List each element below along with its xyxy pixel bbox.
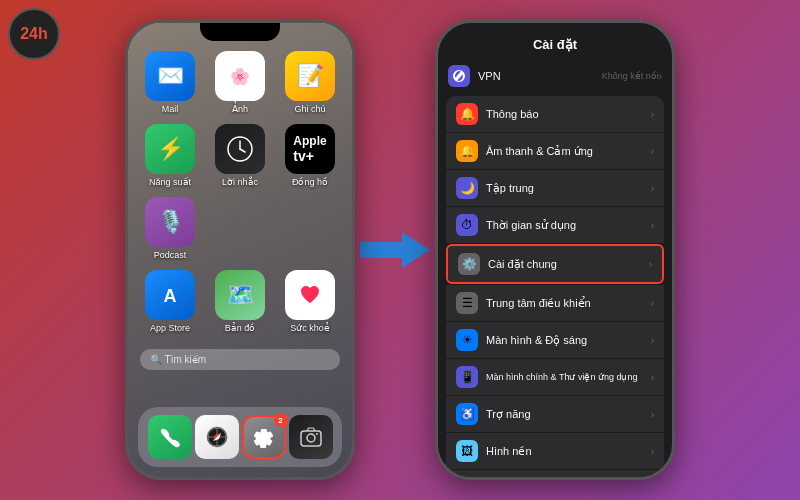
settings-item-7[interactable]: 📱Màn hình chính & Thư viện ứng dụng ›	[446, 359, 664, 395]
dock: 2	[138, 407, 342, 467]
vpn-icon	[448, 65, 470, 87]
app-store[interactable]: A App Store	[140, 270, 200, 333]
tv-label: Đồng hồ	[292, 177, 328, 187]
app-tv[interactable]: Appletv+ Đồng hồ	[280, 124, 340, 187]
health-label: Sức khoẻ	[290, 323, 330, 333]
settings-item-label-1: Âm thanh & Cảm ứng	[486, 145, 651, 158]
appstore-label: App Store	[150, 323, 190, 333]
photos-label: Ảnh	[232, 104, 248, 114]
app-health[interactable]: Sức khoẻ	[280, 270, 340, 333]
settings-item-icon-10: ⏸	[456, 477, 478, 480]
settings-item-2[interactable]: 🌙Tập trung ›	[446, 170, 664, 206]
settings-item-label-2: Tập trung	[486, 182, 651, 195]
settings-item-icon-1: 🔔	[456, 140, 478, 162]
app-power[interactable]: ⚡ Năng suất	[140, 124, 200, 187]
app-podcasts[interactable]: 🎙️ Podcast	[140, 197, 200, 260]
notes-icon: 📝	[285, 51, 335, 101]
settings-item-label-0: Thông báo	[486, 108, 651, 120]
settings-item-icon-0: 🔔	[456, 103, 478, 125]
left-phone: ✉️ Mail Ảnh 📝 Ghi chú ⚡ Năng suất Lời n	[125, 20, 355, 480]
settings-item-label-7: Màn hình chính & Thư viện ứng dụng	[486, 372, 651, 382]
app-notes[interactable]: 📝 Ghi chú	[280, 51, 340, 114]
svg-text:A: A	[164, 286, 177, 306]
svg-marker-13	[360, 232, 430, 268]
appstore-icon: A	[145, 270, 195, 320]
health-icon	[285, 270, 335, 320]
maps-label: Bản đồ	[225, 323, 256, 333]
app-grid: ✉️ Mail Ảnh 📝 Ghi chú ⚡ Năng suất Lời n	[128, 41, 352, 343]
settings-item-label-6: Màn hình & Độ sáng	[486, 334, 651, 347]
settings-item-4[interactable]: ⚙️Cài đặt chung ›	[446, 244, 664, 284]
settings-header: Cài đặt	[438, 23, 672, 60]
dock-camera[interactable]	[289, 415, 333, 459]
svg-point-11	[307, 434, 315, 442]
settings-item-1[interactable]: 🔔Âm thanh & Cảm ứng ›	[446, 133, 664, 169]
mail-icon: ✉️	[145, 51, 195, 101]
vpn-label: VPN	[478, 70, 602, 82]
settings-item-label-9: Hình nền	[486, 445, 651, 458]
watermark-text: 24h	[20, 25, 48, 43]
dock-phone[interactable]	[148, 415, 192, 459]
podcasts-label: Podcast	[154, 250, 187, 260]
settings-item-icon-9: 🖼	[456, 440, 478, 462]
settings-item-icon-7: 📱	[456, 366, 478, 388]
settings-item-9[interactable]: 🖼Hình nền ›	[446, 433, 664, 469]
settings-chevron-8: ›	[651, 409, 654, 420]
settings-chevron-2: ›	[651, 183, 654, 194]
settings-chevron-6: ›	[651, 335, 654, 346]
app-clock[interactable]: Lời nhắc	[210, 124, 270, 187]
settings-badge: 2	[274, 413, 288, 427]
svg-line-2	[240, 149, 245, 152]
svg-point-12	[316, 433, 318, 435]
settings-item-icon-6: ☀	[456, 329, 478, 351]
power-label: Năng suất	[149, 177, 191, 187]
arrow-container	[355, 228, 435, 272]
notes-label: Ghi chú	[294, 104, 325, 114]
settings-chevron-5: ›	[651, 298, 654, 309]
vpn-row[interactable]: VPN Không kết nối ›	[438, 60, 672, 92]
settings-title: Cài đặt	[454, 37, 656, 52]
settings-item-icon-2: 🌙	[456, 177, 478, 199]
vpn-chevron: ›	[659, 71, 662, 82]
arrow-icon	[360, 228, 430, 272]
clock-icon	[215, 124, 265, 174]
maps-icon: 🗺️	[215, 270, 265, 320]
app-maps[interactable]: 🗺️ Bản đồ	[210, 270, 270, 333]
settings-chevron-1: ›	[651, 146, 654, 157]
settings-item-10[interactable]: ⏸Chờ ›	[446, 470, 664, 480]
settings-chevron-4: ›	[649, 259, 652, 270]
settings-chevron-7: ›	[651, 372, 654, 383]
clock-label: Lời nhắc	[222, 177, 258, 187]
settings-item-icon-3: ⏱	[456, 214, 478, 236]
settings-item-5[interactable]: ☰Trung tâm điều khiển ›	[446, 285, 664, 321]
settings-item-icon-5: ☰	[456, 292, 478, 314]
app-photos[interactable]: Ảnh	[210, 51, 270, 114]
settings-item-8[interactable]: ♿Trợ năng ›	[446, 396, 664, 432]
settings-item-3[interactable]: ⏱Thời gian sử dụng ›	[446, 207, 664, 243]
mail-label: Mail	[162, 104, 179, 114]
settings-item-label-4: Cài đặt chung	[488, 258, 649, 271]
power-icon: ⚡	[145, 124, 195, 174]
settings-chevron-3: ›	[651, 220, 654, 231]
settings-item-icon-4: ⚙️	[458, 253, 480, 275]
podcasts-icon: 🎙️	[145, 197, 195, 247]
search-bar[interactable]: 🔍 Tìm kiếm	[140, 349, 340, 370]
settings-chevron-0: ›	[651, 109, 654, 120]
settings-item-label-3: Thời gian sử dụng	[486, 219, 651, 232]
settings-item-icon-8: ♿	[456, 403, 478, 425]
settings-item-6[interactable]: ☀Màn hình & Độ sáng ›	[446, 322, 664, 358]
right-phone: Cài đặt VPN Không kết nối › 🔔Thông báo ›…	[435, 20, 675, 480]
dock-settings[interactable]: 2	[242, 415, 286, 459]
settings-item-label-5: Trung tâm điều khiển	[486, 297, 651, 310]
watermark: 24h	[8, 8, 60, 60]
dock-safari[interactable]	[195, 415, 239, 459]
search-text: 🔍 Tìm kiếm	[150, 354, 206, 365]
settings-item-label-8: Trợ năng	[486, 408, 651, 421]
notch	[200, 23, 280, 41]
settings-item-0[interactable]: 🔔Thông báo ›	[446, 96, 664, 132]
tv-icon: Appletv+	[285, 124, 335, 174]
photos-icon	[215, 51, 265, 101]
vpn-status: Không kết nối	[602, 71, 659, 81]
settings-chevron-9: ›	[651, 446, 654, 457]
app-mail[interactable]: ✉️ Mail	[140, 51, 200, 114]
